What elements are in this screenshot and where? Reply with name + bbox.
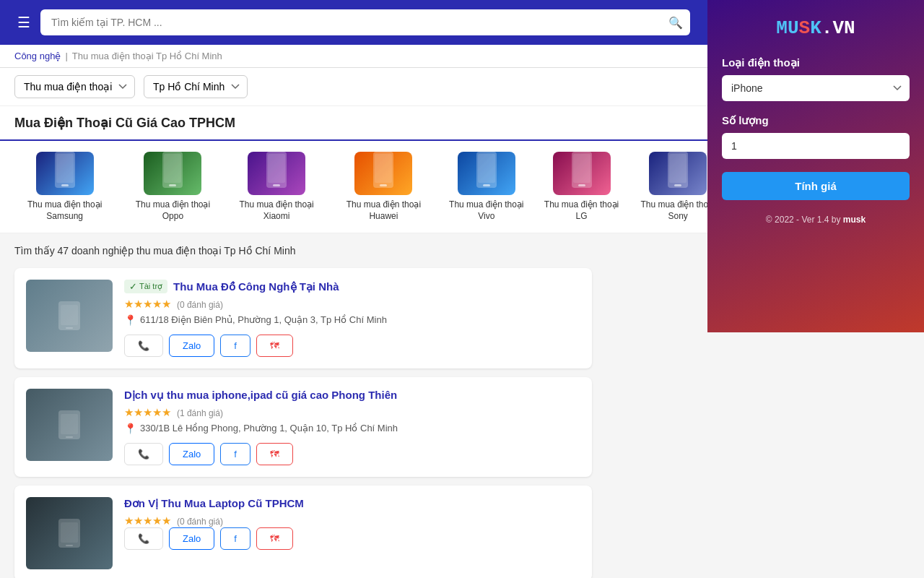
- map-button[interactable]: 🗺: [256, 443, 293, 465]
- breadcrumb-separator: |: [65, 51, 67, 61]
- phone-button[interactable]: 📞: [124, 335, 163, 357]
- zalo-button[interactable]: Zalo: [169, 527, 214, 550]
- facebook-button[interactable]: f: [220, 443, 250, 465]
- category-label: Thu mua điện thoại Xiaomi: [231, 199, 323, 222]
- menu-button[interactable]: ☰: [14, 11, 33, 34]
- category-image: [354, 152, 412, 195]
- stars: ★★★★★: [124, 514, 171, 527]
- pin-icon: 📍: [124, 314, 136, 326]
- category-image: [144, 152, 201, 195]
- business-info: ✓ Tài trợ Thu Mua Đồ Công Nghệ Tại Nhà ★…: [124, 280, 580, 357]
- business-name-row: Đơn Vị Thu Mua Laptop Cũ TPHCM: [124, 497, 580, 510]
- category-image: [36, 152, 94, 195]
- action-buttons: 📞 Zalo f 🗺: [124, 527, 580, 550]
- svg-rect-10: [375, 154, 392, 183]
- pin-icon: 📍: [124, 423, 136, 434]
- business-image: [26, 497, 113, 569]
- business-name[interactable]: Thu Mua Đồ Công Nghệ Tại Nhà: [173, 280, 339, 293]
- category-label: Thu mua điện thoại Huawei: [337, 199, 431, 222]
- svg-rect-11: [380, 184, 387, 186]
- business-name-row: ✓ Tài trợ Thu Mua Đồ Công Nghệ Tại Nhà: [124, 280, 580, 293]
- svg-rect-17: [578, 184, 585, 186]
- address-row: 📍 611/18 Điện Biên Phủ, Phường 1, Quận 3…: [124, 314, 580, 326]
- svg-rect-1: [56, 154, 74, 183]
- svg-rect-13: [478, 154, 495, 183]
- search-container: 🔍: [40, 9, 690, 35]
- map-button[interactable]: 🗺: [256, 335, 293, 357]
- business-card: Dịch vụ thu mua iphone,ipad cũ giá cao P…: [14, 377, 592, 477]
- svg-rect-4: [164, 154, 181, 183]
- category-image: [553, 152, 611, 195]
- svg-rect-5: [169, 184, 176, 186]
- calc-button[interactable]: Tính giá: [722, 172, 910, 200]
- svg-rect-20: [674, 184, 681, 186]
- business-list: ✓ Tài trợ Thu Mua Đồ Công Nghệ Tại Nhà ★…: [14, 268, 592, 578]
- main-content: Tìm thấy 47 doanh nghiệp thu mua điện th…: [0, 233, 606, 578]
- phone-type-label: Loại điện thoại: [722, 56, 910, 69]
- review-count: (0 đánh giá): [177, 300, 223, 310]
- search-input[interactable]: [40, 9, 690, 35]
- stars: ★★★★★: [124, 406, 171, 418]
- phone-button[interactable]: 📞: [124, 443, 163, 465]
- action-buttons: 📞 Zalo f 🗺: [124, 443, 580, 465]
- business-info: Dịch vụ thu mua iphone,ipad cũ giá cao P…: [124, 389, 580, 465]
- facebook-button[interactable]: f: [220, 335, 250, 357]
- facebook-button[interactable]: f: [220, 527, 250, 550]
- business-name[interactable]: Dịch vụ thu mua iphone,ipad cũ giá cao P…: [124, 389, 397, 402]
- svg-rect-14: [483, 184, 490, 186]
- address-text: 330/1B Lê Hồng Phong, Phường 1, Quận 10,…: [140, 423, 398, 434]
- category-image: [649, 152, 707, 195]
- rating-row: ★★★★★ (0 đánh giá): [124, 514, 580, 527]
- address-row: 📍 330/1B Lê Hồng Phong, Phường 1, Quận 1…: [124, 423, 580, 434]
- search-icon: 🔍: [668, 16, 683, 30]
- svg-rect-35: [66, 545, 73, 546]
- svg-rect-16: [573, 154, 590, 183]
- business-info: Đơn Vị Thu Mua Laptop Cũ TPHCM ★★★★★ (0 …: [124, 497, 580, 569]
- phone-button[interactable]: 📞: [124, 527, 163, 550]
- category-image: [248, 152, 305, 195]
- svg-rect-28: [61, 305, 78, 325]
- location-filter[interactable]: Tp Hồ Chí Minh: [144, 75, 248, 98]
- svg-rect-31: [61, 414, 78, 434]
- map-button[interactable]: 🗺: [256, 527, 293, 550]
- phone-type-select[interactable]: iPhoneSamsungOppoXiaomiHuaweiVivoLGSonyN…: [722, 75, 910, 101]
- category-label: Thu mua điện thoại Oppo: [129, 199, 216, 222]
- zalo-button[interactable]: Zalo: [169, 335, 214, 357]
- review-count: (0 đánh giá): [177, 517, 223, 527]
- breadcrumb-current: Thu mua điện thoại Tp Hồ Chí Minh: [72, 51, 222, 61]
- svg-rect-19: [669, 154, 687, 183]
- breadcrumb-parent[interactable]: Công nghệ: [14, 51, 61, 61]
- quantity-input[interactable]: [722, 133, 910, 159]
- action-buttons: 📞 Zalo f 🗺: [124, 335, 580, 357]
- category-item[interactable]: Thu mua điện thoại Xiaomi: [231, 152, 323, 222]
- review-count: (1 đánh giá): [177, 408, 223, 418]
- svg-rect-2: [61, 184, 69, 186]
- business-card: ✓ Tài trợ Thu Mua Đồ Công Nghệ Tại Nhà ★…: [14, 268, 592, 368]
- quantity-label: Số lượng: [722, 114, 910, 127]
- category-item[interactable]: Thu mua điện thoại Oppo: [129, 152, 216, 222]
- category-item[interactable]: Thu mua điện thoại Samsung: [14, 152, 115, 222]
- zalo-button[interactable]: Zalo: [169, 443, 214, 465]
- svg-rect-34: [61, 522, 78, 543]
- svg-rect-7: [268, 154, 285, 183]
- rating-row: ★★★★★ (1 đánh giá): [124, 406, 580, 419]
- business-name[interactable]: Đơn Vị Thu Mua Laptop Cũ TPHCM: [124, 497, 304, 510]
- stars: ★★★★★: [124, 298, 171, 310]
- category-item[interactable]: Thu mua điện thoại LG: [542, 152, 621, 222]
- svg-rect-29: [66, 327, 73, 329]
- rating-row: ★★★★★ (0 đánh giá): [124, 298, 580, 311]
- sponsor-badge: ✓ Tài trợ: [124, 280, 167, 293]
- business-image: [26, 389, 113, 461]
- panel-logo: MUSK.VN: [722, 17, 910, 39]
- type-filter[interactable]: Thu mua điện thoại: [14, 75, 135, 98]
- address-text: 611/18 Điện Biên Phủ, Phường 1, Quận 3, …: [140, 314, 387, 325]
- category-item[interactable]: Thu mua điện thoại Vivo: [445, 152, 528, 222]
- business-image: [26, 280, 113, 352]
- results-count: Tìm thấy 47 doanh nghiệp thu mua điện th…: [14, 245, 592, 256]
- category-label: Thu mua điện thoại Samsung: [14, 199, 115, 222]
- category-image: [458, 152, 515, 195]
- business-card: Đơn Vị Thu Mua Laptop Cũ TPHCM ★★★★★ (0 …: [14, 486, 592, 578]
- category-label: Thu mua điện thoại LG: [542, 199, 621, 222]
- right-panel: MUSK.VN Loại điện thoại iPhoneSamsungOpp…: [707, 0, 924, 332]
- category-item[interactable]: Thu mua điện thoại Huawei: [337, 152, 431, 222]
